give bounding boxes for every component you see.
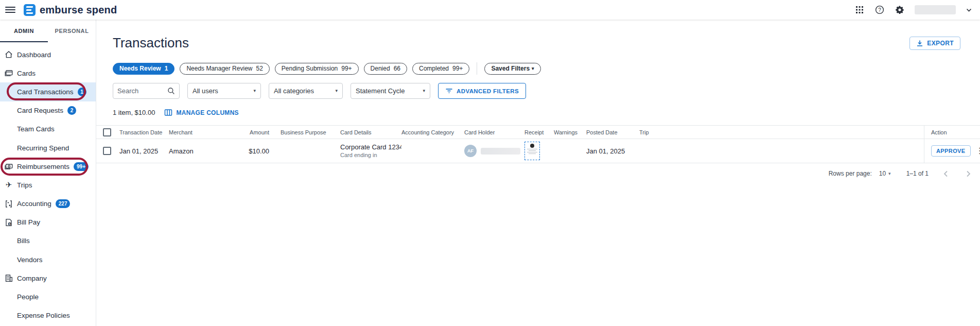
- download-icon: [916, 40, 923, 47]
- chip-needs-manager-review[interactable]: Needs Manager Review 52: [180, 63, 269, 75]
- chip-pending-submission[interactable]: Pending Submission 99+: [275, 63, 359, 75]
- column-header-trip[interactable]: Trip: [639, 129, 924, 135]
- settings-gear-icon[interactable]: [895, 5, 905, 15]
- svg-text:?: ?: [878, 7, 881, 13]
- user-menu-chevron-down-icon[interactable]: [966, 6, 973, 13]
- sidebar-item-label: Reimbursements: [17, 163, 69, 170]
- chip-completed[interactable]: Completed 99+: [412, 63, 469, 75]
- count-badge: 227: [56, 199, 71, 208]
- statement-cycle-dropdown[interactable]: Statement Cycle ▾: [351, 83, 430, 99]
- chevron-down-icon: ▾: [253, 89, 256, 93]
- cash-icon: [4, 162, 13, 171]
- column-header-amount[interactable]: Amount: [234, 129, 271, 135]
- dropdown-value: All users: [192, 87, 218, 95]
- sidebar-item-accounting[interactable]: Accounting 227: [0, 195, 96, 213]
- chevron-down-icon: ▾: [532, 66, 534, 71]
- advanced-filters-button[interactable]: ADVANCED FILTERS: [438, 83, 526, 99]
- select-all-checkbox[interactable]: [103, 128, 111, 136]
- search-box: [113, 83, 180, 99]
- divider: [477, 62, 477, 75]
- tab-personal[interactable]: PERSONAL: [48, 20, 96, 42]
- sidebar-item-trips[interactable]: ✈ Trips: [0, 176, 96, 194]
- chip-count: 52: [256, 65, 262, 72]
- column-header-accounting-category[interactable]: Accounting Category: [401, 129, 464, 135]
- chip-count: 99+: [452, 65, 463, 72]
- sidebar-item-team-cards[interactable]: Team Cards: [0, 120, 96, 139]
- manage-columns-label: MANAGE COLUMNS: [176, 109, 239, 116]
- pagination-range: 1–1 of 1: [906, 170, 929, 177]
- count-badge: 2: [67, 106, 76, 115]
- previous-page-button[interactable]: [942, 170, 949, 177]
- sidebar-item-label: Company: [17, 274, 47, 282]
- spacer: [4, 87, 13, 96]
- sidebar-item-people[interactable]: People: [0, 287, 96, 306]
- column-header-warnings[interactable]: Warnings: [554, 129, 586, 135]
- sidebar-item-label: Card Transactions: [17, 88, 74, 96]
- search-input[interactable]: [117, 87, 164, 95]
- apps-grid-icon[interactable]: [854, 5, 865, 15]
- sidebar-item-expense-policies[interactable]: Expense Policies: [0, 306, 96, 325]
- tab-admin[interactable]: ADMIN: [0, 20, 48, 42]
- sidebar-item-dashboard[interactable]: Dashboard: [0, 45, 96, 64]
- chip-count: 99+: [341, 65, 352, 72]
- rows-per-page-label: Rows per page:: [829, 170, 872, 177]
- column-header-business-purpose[interactable]: Business Purpose: [271, 129, 340, 135]
- column-header-merchant[interactable]: Merchant: [169, 129, 234, 135]
- approve-button[interactable]: APPROVE: [931, 145, 971, 157]
- building-icon: [4, 273, 13, 283]
- manage-columns-button[interactable]: MANAGE COLUMNS: [164, 109, 239, 116]
- chevron-down-icon: ▾: [888, 171, 891, 176]
- sidebar-item-label: Trips: [17, 181, 32, 189]
- cell-card-details: Corporate Card 1234 Card ending in: [340, 143, 401, 159]
- count-badge: 99+: [74, 162, 89, 171]
- column-header-posted-date[interactable]: Posted Date: [586, 129, 639, 135]
- all-users-dropdown[interactable]: All users ▾: [187, 83, 261, 99]
- column-header-receipt[interactable]: Receipt: [524, 129, 554, 135]
- row-checkbox[interactable]: [103, 147, 111, 155]
- sidebar-item-company[interactable]: Company: [0, 269, 96, 287]
- receipt-thumbnail[interactable]: [524, 142, 540, 160]
- spacer: [4, 236, 13, 246]
- sidebar-item-vendors[interactable]: Vendors: [0, 250, 96, 269]
- hamburger-menu-icon[interactable]: [5, 5, 15, 15]
- cell-merchant: Amazon: [169, 147, 234, 155]
- sidebar-item-card-transactions[interactable]: Card Transactions 1: [0, 82, 96, 101]
- rows-per-page-value: 10: [879, 170, 886, 177]
- column-header-card-holder[interactable]: Card Holder: [464, 129, 524, 135]
- column-header-transaction-date[interactable]: Transaction Date: [119, 129, 169, 135]
- rows-per-page-select[interactable]: 10 ▾: [879, 170, 891, 177]
- help-icon[interactable]: ?: [874, 5, 885, 15]
- row-kebab-menu-icon[interactable]: ⋮: [976, 147, 980, 155]
- chip-denied[interactable]: Denied 66: [364, 63, 407, 75]
- sidebar-item-recurring-spend[interactable]: Recurring Spend: [0, 139, 96, 157]
- emburse-logo-icon: [24, 4, 36, 16]
- next-page-button[interactable]: [965, 170, 972, 177]
- saved-filters-button[interactable]: Saved Filters ▾: [484, 63, 540, 75]
- search-icon[interactable]: [167, 87, 175, 95]
- chevron-down-icon: ▾: [335, 89, 338, 93]
- table-header-row: Transaction Date Merchant Amount Busines…: [96, 125, 980, 139]
- main-content: Transactions EXPORT Needs Review 1 Needs…: [96, 20, 980, 326]
- all-categories-dropdown[interactable]: All categories ▾: [269, 83, 343, 99]
- sidebar-item-card-requests[interactable]: Card Requests 2: [0, 101, 96, 120]
- export-button-label: EXPORT: [927, 40, 954, 47]
- export-button[interactable]: EXPORT: [909, 37, 960, 50]
- sidebar-item-label: Cards: [17, 70, 36, 77]
- topbar: emburse spend ?: [0, 0, 980, 20]
- bill-document-icon: $: [4, 218, 13, 227]
- chip-needs-review[interactable]: Needs Review 1: [113, 63, 174, 75]
- airplane-icon: ✈: [4, 180, 13, 190]
- calculator-icon: [4, 199, 13, 209]
- user-name-redacted[interactable]: [915, 5, 956, 14]
- column-header-card-details[interactable]: Card Details: [340, 129, 401, 135]
- table-row[interactable]: Jan 01, 2025 Amazon $10.00 Corporate Car…: [96, 139, 980, 163]
- sidebar-item-bill-pay[interactable]: $ Bill Pay: [0, 213, 96, 232]
- spacer: [4, 255, 13, 264]
- cell-transaction-date: Jan 01, 2025: [119, 147, 169, 155]
- sidebar-item-label: Dashboard: [17, 51, 51, 59]
- sidebar-item-reimbursements[interactable]: Reimbursements 99+: [0, 157, 96, 176]
- sidebar-item-bills[interactable]: Bills: [0, 232, 96, 250]
- sidebar-item-cards[interactable]: Cards: [0, 64, 96, 82]
- card-details-line2: Card ending in: [340, 151, 397, 159]
- chevron-down-icon: ▾: [423, 89, 425, 93]
